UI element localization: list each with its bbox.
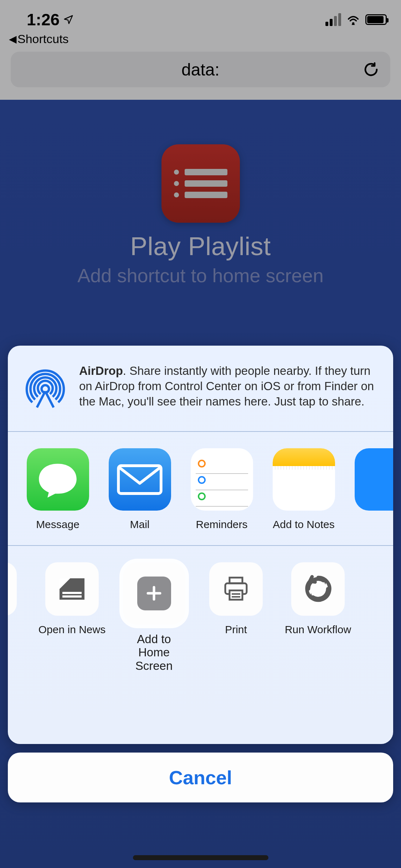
share-app-notes[interactable]: Add to Notes bbox=[270, 448, 338, 531]
share-app-message[interactable]: Message bbox=[24, 448, 92, 531]
share-apps-row[interactable]: Message Mail Reminders Add to Notes bbox=[8, 432, 393, 545]
svg-rect-9 bbox=[62, 595, 82, 598]
print-icon bbox=[209, 562, 263, 616]
cancel-button[interactable]: Cancel bbox=[8, 753, 393, 802]
svg-rect-2 bbox=[118, 466, 161, 494]
news-icon bbox=[45, 562, 99, 616]
share-action-run-workflow[interactable]: Run Workflow bbox=[284, 562, 352, 673]
pass-icon bbox=[8, 562, 17, 616]
airdrop-description: AirDrop. Share instantly with people nea… bbox=[79, 363, 379, 409]
share-action-label: Add to Home Screen bbox=[120, 632, 188, 673]
svg-rect-8 bbox=[62, 592, 82, 594]
safari-chrome: 1:26 ◀ Shortcuts data: bbox=[0, 0, 401, 100]
share-action-label: Run Workflow bbox=[284, 624, 352, 636]
share-app-mail[interactable]: Mail bbox=[106, 448, 174, 531]
share-app-label: Reminders bbox=[188, 518, 256, 531]
share-action-add-home[interactable]: Add to Home Screen bbox=[120, 562, 188, 673]
share-action-label: Pass bbox=[8, 624, 24, 636]
share-actions-row[interactable]: Pass Open in News Add to Home Screen bbox=[8, 546, 393, 687]
more-icon bbox=[355, 448, 394, 511]
share-action-pass[interactable]: Pass bbox=[8, 562, 24, 673]
share-action-print[interactable]: Print bbox=[202, 562, 270, 673]
svg-rect-12 bbox=[230, 590, 242, 600]
cancel-label: Cancel bbox=[169, 766, 232, 789]
message-icon bbox=[27, 448, 89, 511]
add-home-icon bbox=[123, 562, 185, 625]
airdrop-section[interactable]: AirDrop. Share instantly with people nea… bbox=[8, 346, 393, 431]
share-app-label: Mail bbox=[106, 518, 174, 531]
home-indicator[interactable] bbox=[133, 855, 268, 860]
notes-icon bbox=[273, 448, 335, 511]
share-app-reminders[interactable]: Reminders bbox=[188, 448, 256, 531]
reminders-icon bbox=[191, 448, 253, 511]
share-action-label: Open in News bbox=[38, 624, 106, 636]
share-action-label: Print bbox=[202, 624, 270, 636]
mail-icon bbox=[109, 448, 171, 511]
airdrop-icon bbox=[22, 363, 68, 410]
share-app-label: Message bbox=[24, 518, 92, 531]
share-app-more[interactable] bbox=[352, 448, 393, 531]
share-sheet: AirDrop. Share instantly with people nea… bbox=[8, 346, 393, 744]
workflow-icon bbox=[291, 562, 345, 616]
share-action-open-news[interactable]: Open in News bbox=[38, 562, 106, 673]
share-app-label: Add to Notes bbox=[270, 518, 338, 531]
